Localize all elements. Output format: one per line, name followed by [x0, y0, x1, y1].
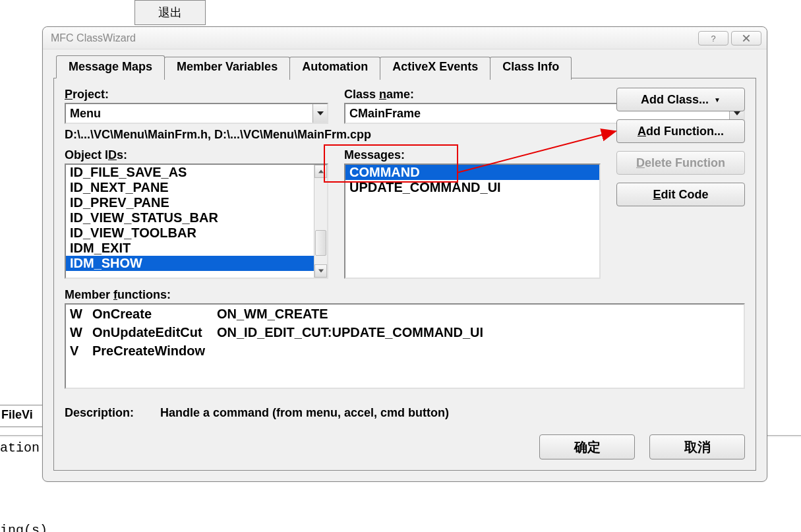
project-label-accel: P [65, 88, 73, 101]
delete-function-button[interactable]: Delete Function [616, 151, 745, 175]
tab-message-maps[interactable]: Message Maps [56, 55, 165, 78]
description-text: Handle a command (from menu, accel, cmd … [160, 406, 449, 420]
help-button[interactable]: ? [698, 31, 728, 45]
member-function-name: OnCreate [92, 305, 208, 323]
classwizard-dialog: MFC ClassWizard ? Message Maps Member Va… [42, 26, 767, 482]
member-function-row[interactable]: WOnUpdateEditCutON_ID_EDIT_CUT:UPDATE_CO… [66, 323, 744, 341]
project-value: Menu [66, 104, 312, 123]
member-function-row[interactable]: VPreCreateWindow [66, 341, 744, 360]
object-ids-label-post: s: [117, 148, 127, 162]
svg-marker-6 [318, 270, 324, 273]
exit-button-bg: 退出 [134, 0, 206, 25]
delete-function-label: Delete Function [636, 156, 725, 170]
ings-fragment: ing(s) [0, 523, 47, 532]
member-function-msg [217, 341, 740, 360]
tab-activex-events[interactable]: ActiveX Events [380, 57, 490, 80]
object-id-item[interactable]: ID_VIEW_TOOLBAR [66, 225, 314, 241]
dialog-title: MFC ClassWizard [51, 32, 696, 44]
classname-label-post: ame: [386, 88, 414, 101]
exit-button-label: 退出 [158, 5, 182, 20]
member-functions-listbox[interactable]: WOnCreateON_WM_CREATEWOnUpdateEditCutON_… [65, 303, 745, 389]
object-ids-scrollbar[interactable] [314, 165, 327, 278]
ok-label: 确定 [574, 438, 601, 456]
classname-label-accel: n [379, 88, 386, 101]
member-functions-label-post: unctions: [117, 288, 171, 301]
member-function-row[interactable]: WOnCreateON_WM_CREATE [66, 305, 744, 323]
member-function-marker: V [70, 341, 83, 360]
close-button[interactable] [731, 31, 761, 45]
classname-label-pre: Class [344, 88, 379, 101]
add-class-label: Add Class... [641, 93, 709, 107]
member-function-name: OnUpdateEditCut [92, 323, 208, 341]
message-maps-panel: Project: Menu Class name: CMa [53, 78, 756, 471]
member-function-msg: ON_WM_CREATE [217, 305, 740, 323]
member-functions-label: Member functions: [65, 288, 745, 302]
object-id-item[interactable]: ID_PREV_PANE [66, 195, 314, 210]
member-function-marker: W [70, 323, 83, 341]
tab-member-variables[interactable]: Member Variables [164, 57, 290, 80]
project-label-rest: roject: [73, 88, 109, 101]
message-item[interactable]: COMMAND [345, 165, 599, 180]
ation-fragment: ation: [0, 440, 47, 456]
object-id-item[interactable]: ID_NEXT_PANE [66, 180, 314, 195]
add-function-button[interactable]: Add Function... [616, 119, 745, 143]
scroll-track[interactable] [314, 178, 327, 264]
member-function-marker: W [70, 305, 83, 323]
project-combo-dropdown[interactable] [312, 104, 327, 123]
svg-marker-5 [318, 170, 324, 173]
add-class-button[interactable]: Add Class... ▼ [616, 88, 745, 111]
messages-listbox[interactable]: COMMANDUPDATE_COMMAND_UI [344, 163, 601, 279]
scroll-up-button[interactable] [314, 165, 327, 178]
object-ids-inner: ID_FILE_SAVE_ASID_NEXT_PANEID_PREV_PANEI… [66, 165, 314, 278]
object-ids-label-pre: Object I [65, 148, 108, 162]
object-ids-listbox[interactable]: ID_FILE_SAVE_ASID_NEXT_PANEID_PREV_PANEI… [65, 163, 328, 279]
member-functions-label-pre: Member [65, 288, 113, 301]
project-label: Project: [65, 88, 328, 102]
fileview-fragment: FileVi [0, 405, 42, 427]
scroll-down-button[interactable] [314, 264, 327, 278]
member-function-name: PreCreateWindow [92, 341, 208, 360]
object-id-item[interactable]: ID_FILE_SAVE_AS [66, 165, 314, 180]
description-row: Description: Handle a command (from menu… [65, 406, 745, 420]
cancel-button[interactable]: 取消 [649, 434, 745, 459]
object-ids-label: Object IDs: [65, 148, 328, 162]
add-function-label: Add Function... [638, 125, 724, 138]
object-id-item[interactable]: IDM_SHOW [66, 256, 314, 271]
project-combo[interactable]: Menu [65, 103, 328, 124]
svg-text:?: ? [711, 34, 715, 43]
tab-automation[interactable]: Automation [289, 57, 380, 80]
titlebar: MFC ClassWizard ? [43, 27, 767, 49]
tab-strip: Message Maps Member Variables Automation… [53, 55, 756, 78]
dropdown-caret-icon: ▼ [714, 96, 721, 103]
tab-class-info[interactable]: Class Info [490, 57, 572, 80]
object-id-item[interactable]: IDM_EXIT [66, 241, 314, 256]
scroll-thumb[interactable] [315, 230, 326, 256]
member-function-msg: ON_ID_EDIT_CUT:UPDATE_COMMAND_UI [217, 323, 740, 341]
message-item[interactable]: UPDATE_COMMAND_UI [345, 180, 599, 195]
object-ids-label-accel: D [108, 148, 117, 162]
object-id-item[interactable]: ID_VIEW_STATUS_BAR [66, 210, 314, 225]
edit-code-button[interactable]: Edit Code [616, 183, 745, 206]
edit-code-label: Edit Code [653, 188, 708, 202]
description-label: Description: [65, 406, 134, 420]
messages-label: Messages: [344, 148, 601, 162]
ok-button[interactable]: 确定 [539, 434, 635, 459]
svg-marker-3 [317, 111, 324, 115]
cancel-label: 取消 [684, 438, 711, 456]
